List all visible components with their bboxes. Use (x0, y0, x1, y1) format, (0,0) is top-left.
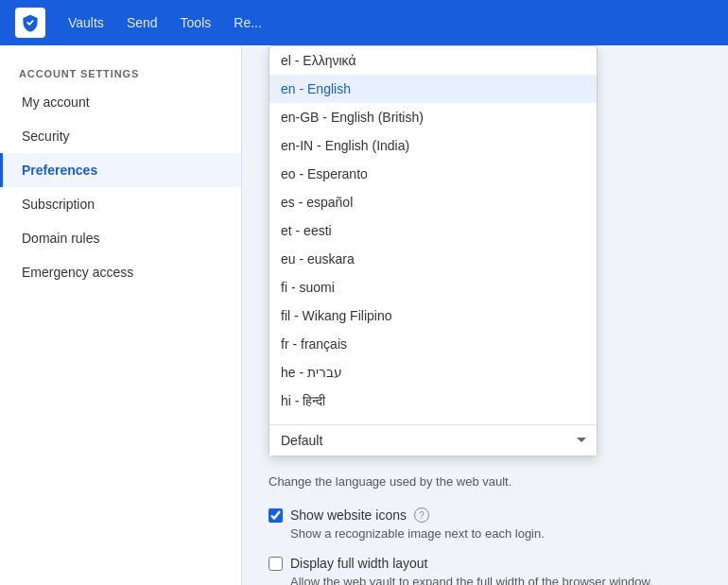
language-option[interactable]: he - עברית (269, 358, 597, 387)
content-below-dropdown: Change the language used by the web vaul… (269, 474, 702, 585)
display-full-width-text: Display full width layout (290, 556, 428, 571)
sidebar-item-domain-rules[interactable]: Domain rules (0, 221, 241, 255)
show-website-icons-note: Show a recognizable image next to each l… (269, 526, 702, 541)
nav-more[interactable]: Re... (234, 11, 262, 34)
language-option[interactable]: en-GB - English (British) (269, 103, 597, 131)
dropdown-footer: Default (269, 424, 597, 456)
page-layout: ACCOUNT SETTINGS My account Security Pre… (0, 45, 728, 585)
language-option[interactable]: fil - Wikang Filipino (269, 301, 597, 330)
show-website-icons-row: Show website icons ? Show a recognizable… (269, 508, 702, 541)
nav-tools[interactable]: Tools (181, 11, 212, 34)
app-logo[interactable] (15, 8, 45, 38)
show-website-icons-checkbox[interactable] (269, 508, 283, 523)
language-dropdown-list[interactable]: el - Ελληνικάen - Englishen-GB - English… (269, 45, 598, 456)
language-option[interactable]: hi - हिन्दी (269, 387, 597, 416)
show-website-icons-label[interactable]: Show website icons ? (269, 508, 702, 523)
sidebar-item-preferences[interactable]: Preferences (0, 153, 241, 187)
language-option[interactable]: el - Ελληνικά (269, 46, 597, 75)
language-option[interactable]: hr - hrvatski (269, 416, 597, 424)
sidebar-item-my-account[interactable]: My account (0, 85, 241, 119)
language-select-default[interactable]: Default (269, 425, 597, 456)
main-content: el - Ελληνικάen - Englishen-GB - English… (242, 45, 728, 585)
language-option[interactable]: et - eesti (269, 216, 597, 245)
language-option[interactable]: fr - français (269, 330, 597, 358)
sidebar-section-title: ACCOUNT SETTINGS (0, 60, 241, 85)
language-option[interactable]: eu - euskara (269, 245, 597, 273)
show-website-icons-text: Show website icons (290, 508, 407, 523)
language-options-scroll[interactable]: el - Ελληνικάen - Englishen-GB - English… (269, 46, 597, 424)
language-option[interactable]: en - English (269, 75, 597, 103)
sidebar: ACCOUNT SETTINGS My account Security Pre… (0, 45, 242, 585)
language-option[interactable]: en-IN - English (India) (269, 131, 597, 160)
nav-vaults[interactable]: Vaults (68, 11, 104, 34)
nav-send[interactable]: Send (127, 11, 158, 34)
change-language-note: Change the language used by the web vaul… (269, 474, 702, 489)
show-website-icons-help-icon[interactable]: ? (414, 508, 429, 523)
sidebar-item-emergency-access[interactable]: Emergency access (0, 255, 241, 289)
language-option[interactable]: eo - Esperanto (269, 160, 597, 188)
language-option[interactable]: es - español (269, 188, 597, 216)
language-option[interactable]: fi - suomi (269, 273, 597, 301)
sidebar-item-subscription[interactable]: Subscription (0, 187, 241, 221)
display-full-width-note: Allow the web vault to expand the full w… (269, 575, 702, 585)
sidebar-item-security[interactable]: Security (0, 119, 241, 153)
display-full-width-label[interactable]: Display full width layout (269, 556, 702, 571)
display-full-width-checkbox[interactable] (269, 557, 283, 571)
top-navigation: Vaults Send Tools Re... (0, 0, 728, 45)
display-full-width-row: Display full width layout Allow the web … (269, 556, 702, 585)
